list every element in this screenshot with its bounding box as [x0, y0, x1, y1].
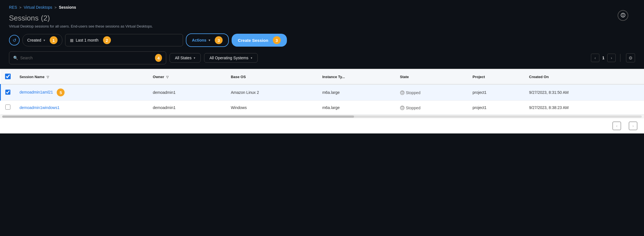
- all-os-button[interactable]: All Operating Systems ▾: [204, 53, 258, 63]
- pagination-area: ‹ 1 › ⚙: [591, 53, 635, 62]
- all-os-label: All Operating Systems: [209, 56, 248, 60]
- table-row: demoadmin1windows1 demoadmin1 Windows m6…: [1, 101, 644, 115]
- filter-chevron: ▾: [44, 38, 45, 42]
- row-checkbox-cell[interactable]: [1, 101, 15, 115]
- row-instance-type-0: m6a.large: [318, 84, 396, 101]
- badge-3: 3: [215, 36, 223, 44]
- row-base-os-0: Amazon Linux 2: [226, 84, 318, 101]
- row-checkbox-cell[interactable]: [1, 84, 15, 101]
- refresh-button[interactable]: ↺: [9, 35, 20, 46]
- breadcrumb-res[interactable]: RES: [9, 5, 17, 10]
- refresh-icon: ↺: [13, 38, 16, 43]
- footer-prev-button[interactable]: ‹: [613, 122, 621, 130]
- date-range-label: Last 1 month: [76, 38, 99, 42]
- settings-icon: ⚙: [629, 55, 632, 61]
- search-input-wrap[interactable]: 🔍 4: [9, 51, 166, 64]
- table-row: demoadmin1aml21 5 demoadmin1 Amazon Linu…: [1, 84, 644, 101]
- page-title: Sessions (2): [9, 13, 635, 22]
- badge-2: 2: [103, 36, 111, 44]
- breadcrumb-virtual-desktops[interactable]: Virtual Desktops: [24, 5, 52, 10]
- footer-page-number: 1: [624, 124, 626, 128]
- col-base-os: Base OS: [226, 70, 318, 84]
- page-description: Virtual Desktop sessions for all users. …: [9, 24, 635, 28]
- row-project-0: project1: [468, 84, 524, 101]
- col-state: State: [396, 70, 468, 84]
- footer-next-button[interactable]: ›: [629, 122, 637, 130]
- breadcrumb-sep2: >: [54, 5, 57, 10]
- state-label-1: Stopped: [406, 106, 421, 110]
- actions-label: Actions: [192, 38, 206, 42]
- all-states-label: All States: [175, 56, 191, 60]
- info-button[interactable]: ⓘ: [618, 10, 628, 21]
- os-chevron: ▾: [251, 56, 252, 60]
- row-session-name-1: demoadmin1windows1: [15, 101, 149, 115]
- table-settings-button[interactable]: ⚙: [626, 53, 635, 62]
- row-instance-type-1: m6a.large: [318, 101, 396, 115]
- actions-button[interactable]: Actions ▾ 3: [186, 33, 229, 47]
- select-all-checkbox[interactable]: [5, 74, 11, 79]
- row-checkbox-0[interactable]: [5, 90, 10, 95]
- col-owner: Owner ▽: [148, 70, 226, 84]
- search-icon: 🔍: [13, 56, 18, 60]
- create-session-label: Create Session: [238, 38, 268, 43]
- table-section: Session Name ▽ Owner ▽ Base OS Instance …: [0, 69, 644, 133]
- search-bar-row: 🔍 4 All States ▾ All Operating Systems ▾…: [9, 51, 635, 64]
- scrollbar-track: [2, 115, 642, 118]
- next-page-button[interactable]: ›: [607, 54, 616, 62]
- select-all-header[interactable]: [1, 70, 15, 84]
- session-name-link-0[interactable]: demoadmin1aml21: [20, 90, 53, 94]
- row-owner-0: demoadmin1: [148, 84, 226, 101]
- row-session-name-0: demoadmin1aml21 5: [15, 84, 149, 101]
- session-name-link-1[interactable]: demoadmin1windows1: [20, 105, 60, 110]
- states-chevron: ▾: [194, 56, 195, 60]
- row-created-on-1: 9/27/2023, 8:38:23 AM: [525, 101, 644, 115]
- badge-4: 4: [155, 54, 162, 62]
- calendar-icon: ▦: [70, 38, 74, 42]
- row-created-on-0: 9/27/2023, 8:31:50 AM: [525, 84, 644, 101]
- breadcrumb-sep1: >: [19, 5, 22, 10]
- state-label-0: Stopped: [406, 90, 421, 95]
- session-name-sort[interactable]: ▽: [47, 75, 49, 79]
- info-icon: ⓘ: [621, 13, 625, 19]
- row-checkbox-1[interactable]: [5, 105, 10, 110]
- breadcrumb-sessions: Sessions: [59, 5, 76, 10]
- col-project: Project: [468, 70, 524, 84]
- all-states-button[interactable]: All States ▾: [170, 53, 201, 63]
- horizontal-scrollbar[interactable]: [0, 115, 644, 118]
- badge-3b: 3: [273, 36, 281, 44]
- actions-chevron: ▾: [209, 38, 210, 42]
- breadcrumb: RES > Virtual Desktops > Sessions: [9, 5, 635, 10]
- divider: [620, 54, 620, 62]
- owner-sort[interactable]: ▽: [166, 75, 168, 79]
- create-session-button[interactable]: Create Session 3: [232, 34, 287, 47]
- row-base-os-1: Windows: [226, 101, 318, 115]
- created-filter-button[interactable]: Created ▾ 1: [22, 34, 62, 46]
- table-footer: ‹ 1 ›: [0, 118, 644, 133]
- row-state-0: ⓘ Stopped: [396, 84, 468, 101]
- page-number: 1: [602, 56, 604, 60]
- badge-5: 5: [57, 88, 65, 96]
- filter-label: Created: [27, 38, 41, 42]
- state-icon-0: ⓘ: [400, 90, 405, 95]
- search-input[interactable]: [20, 56, 150, 60]
- row-state-1: ⓘ Stopped: [396, 101, 468, 115]
- scrollbar-thumb: [2, 115, 354, 118]
- row-project-1: project1: [468, 101, 524, 115]
- sessions-table: Session Name ▽ Owner ▽ Base OS Instance …: [0, 70, 644, 115]
- toolbar: ↺ Created ▾ 1 ▦ Last 1 month 2 Actions ▾…: [9, 33, 635, 47]
- col-instance-type: Instance Ty...: [318, 70, 396, 84]
- row-owner-1: demoadmin1: [148, 101, 226, 115]
- col-session-name: Session Name ▽: [15, 70, 149, 84]
- col-created-on: Created On: [525, 70, 644, 84]
- date-range-button[interactable]: ▦ Last 1 month 2: [65, 34, 183, 46]
- prev-page-button[interactable]: ‹: [591, 54, 599, 62]
- table-header-row: Session Name ▽ Owner ▽ Base OS Instance …: [1, 70, 644, 84]
- badge-1: 1: [50, 36, 58, 44]
- state-icon-1: ⓘ: [400, 106, 405, 110]
